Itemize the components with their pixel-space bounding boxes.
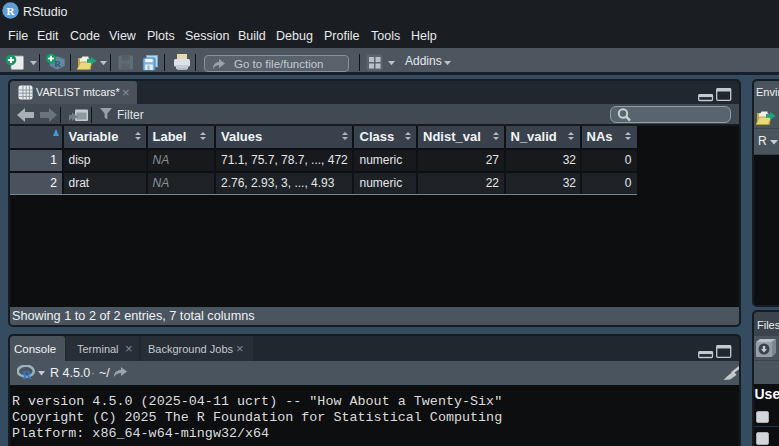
svg-text:R: R <box>7 5 16 17</box>
svg-text:R: R <box>22 367 32 381</box>
